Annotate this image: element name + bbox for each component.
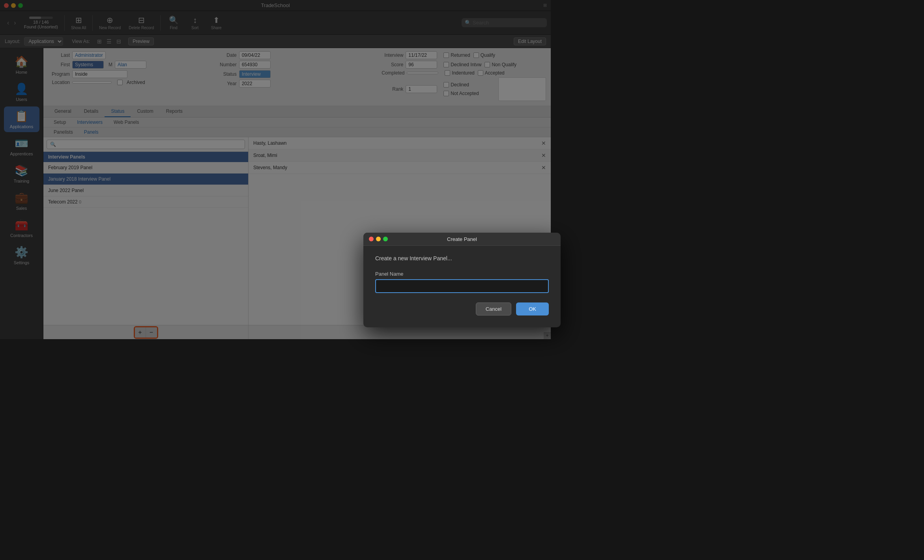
modal-close-button[interactable]	[369, 237, 374, 241]
panel-name-label: Panel Name	[375, 271, 549, 277]
modal-buttons: Cancel OK	[375, 302, 549, 315]
modal-traffic-lights[interactable]	[369, 237, 388, 241]
modal-description: Create a new Interview Panel...	[375, 255, 549, 261]
panel-name-input[interactable]	[375, 279, 549, 293]
modal-title-bar: Create Panel	[363, 233, 551, 246]
create-panel-modal: Create Panel Create a new Interview Pane…	[363, 233, 551, 327]
modal-minimize-button[interactable]	[376, 237, 381, 241]
modal-overlay: Create Panel Create a new Interview Pane…	[0, 0, 551, 339]
modal-maximize-button[interactable]	[383, 237, 388, 241]
modal-cancel-button[interactable]: Cancel	[476, 302, 511, 315]
modal-body: Create a new Interview Panel... Panel Na…	[363, 246, 551, 327]
modal-ok-button[interactable]: OK	[516, 302, 549, 315]
modal-title-text: Create Panel	[447, 236, 477, 242]
